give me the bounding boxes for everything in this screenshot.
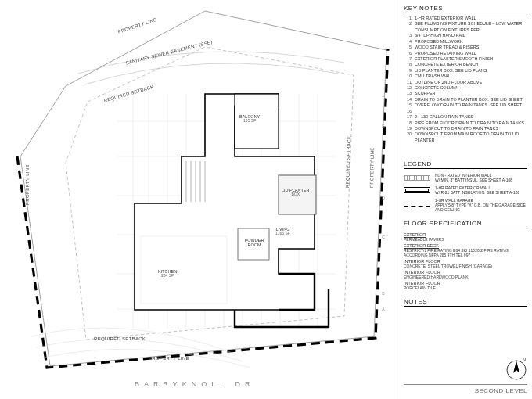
room-powder: POWDER ROOM (239, 238, 269, 247)
key-note-text: CMU TRASH WALL (415, 74, 527, 79)
axis-C: C (380, 235, 386, 239)
key-note-row: 33/4" DP HIGH HAND RAIL (404, 33, 527, 38)
key-note-row: 2SEE PLUMBING FIXTURE SCHEDULE – LOW WAT… (404, 21, 527, 33)
key-note-text: LID PLANTER BOX. SEE LID PLANS (415, 68, 527, 74)
swatch-interior-wall (404, 175, 430, 181)
key-note-text: CONCRETE EXTERIOR BENCH (415, 62, 527, 67)
room-sf: 284 SF (158, 274, 177, 279)
room-sf: 1165 SF (275, 232, 290, 236)
label-property-right: PROPERTY LINE (369, 147, 375, 188)
key-note-row: 6PROPOSED RETAINING WALL (404, 51, 527, 56)
key-note-num: 3 (404, 33, 412, 38)
key-note-num: 12 (404, 85, 412, 91)
key-note-num: 2 (404, 21, 412, 33)
key-note-text: 2 - 130 GALLON RAIN TANKS (415, 114, 527, 120)
key-note-row: 11-HR RATED EXTERIOR WALL (404, 16, 527, 21)
plan-svg (0, 0, 397, 399)
sidebar: KEY NOTES 11-HR RATED EXTERIOR WALL2SEE … (397, 0, 532, 399)
key-note-text: DOWNSPOUT TO DRAIN TO RAIN TANKS (415, 126, 527, 131)
floor-spec-desc: CONCRETE. STEEL TROWEL FINISH (GARAGE) (404, 264, 527, 268)
key-note-text: OUTLINE OF 2ND FLOOR ABOVE (415, 80, 527, 85)
key-note-num: 7 (404, 56, 412, 62)
key-note-text: PIPE FROM FLOOR DRAIN TO DRAIN TO RAIN T… (415, 120, 527, 126)
key-note-num: 10 (404, 74, 412, 79)
key-note-text: 3/4" DP HIGH HAND RAIL (415, 33, 527, 38)
key-note-row: 14DRAIN TO DRAIN TO PLANTER BOX. SEE LID… (404, 97, 527, 102)
svg-marker-27 (513, 361, 519, 373)
key-note-num: 9 (404, 68, 412, 74)
legend-text: 1-HR RATED EXTERIOR WALL W/ R-21 BATT IN… (435, 185, 519, 195)
floor-spec-item: EXTERIOR DECKRESTRICT/L FIRE RATING E84 … (404, 243, 527, 257)
label-property-bottom: PROPERTY LINE (149, 356, 189, 361)
floor-spec-item: INTERIOR FLOORCONCRETE. STEEL TROWEL FIN… (404, 259, 527, 268)
floor-spec-desc: ENGINEERED HARDWOOD PLANK (404, 275, 527, 279)
key-note-num: 19 (404, 126, 412, 131)
key-note-num: 13 (404, 91, 412, 96)
key-note-row: 9LID PLANTER BOX. SEE LID PLANS (404, 68, 527, 74)
north-label: N (523, 358, 526, 362)
key-note-num: 18 (404, 120, 412, 126)
key-note-text: CONCRETE COLUMN (415, 85, 527, 91)
room-kitchen: KITCHEN 284 SF (158, 269, 177, 279)
key-note-text: 1-HR RATED EXTERIOR WALL (415, 16, 527, 21)
legend-heading: LEGEND (404, 160, 527, 169)
key-note-row: 20DOWNSPOUT FROM MAIN ROOF TO DRAIN TO L… (404, 131, 527, 143)
key-notes-heading: KEY NOTES (404, 5, 527, 13)
key-note-num: 17 (404, 114, 412, 120)
notes-heading: NOTES (404, 298, 527, 307)
swatch-exterior-wall (404, 187, 430, 193)
key-note-num: 6 (404, 51, 412, 56)
floor-spec-desc: PORCELAIN TILE (404, 286, 527, 290)
key-note-row: 13SCUPPER (404, 91, 527, 96)
legend-row: NON - RATED INTERIOR WALL W/ MIN. 3" BAT… (404, 173, 527, 182)
key-note-num: 11 (404, 80, 412, 85)
street-name: BARRYKNOLL DR (135, 380, 255, 388)
axis-E: E (380, 124, 386, 128)
floor-spec-item: INTERIOR FLOORENGINEERED HARDWOOD PLANK (404, 270, 527, 279)
key-note-text: DRAIN TO DRAIN TO PLANTER BOX. SEE LID S… (415, 97, 527, 102)
axis-B: B (380, 291, 386, 296)
key-note-row: 5WOOD STAIR TREAD & RISERS (404, 45, 527, 50)
axis-D: D (380, 196, 386, 200)
room-lid-planter: LID PLANTER BOX (282, 188, 309, 197)
plan-canvas: PROPERTY LINE SANITARY SEWER EASEMENT (S… (0, 0, 397, 399)
key-note-num: 16 (404, 109, 412, 114)
room-sf: BOX (282, 192, 309, 197)
key-note-row: 12CONCRETE COLUMN (404, 85, 527, 91)
key-note-row: 15OVERFLOW DRAIN TO RAIN TANKS. SEE LID … (404, 102, 527, 108)
floor-spec-item: INTERIOR FLOORPORCELAIN TILE (404, 281, 527, 290)
key-note-text: EXTERIOR PLASTER SMOOTH FINISH (415, 56, 527, 62)
key-note-row: 19DOWNSPOUT TO DRAIN TO RAIN TANKS (404, 126, 527, 131)
key-note-row: 8CONCRETE EXTERIOR BENCH (404, 62, 527, 67)
key-note-text: OVERFLOW DRAIN TO RAIN TANKS. SEE LID SH… (415, 102, 527, 108)
key-note-text: SEE PLUMBING FIXTURE SCHEDULE – LOW WATE… (415, 21, 527, 33)
key-note-num: 15 (404, 102, 412, 108)
axis-F: F (380, 94, 386, 99)
key-note-row: 11OUTLINE OF 2ND FLOOR ABOVE (404, 80, 527, 85)
key-note-num: 8 (404, 62, 412, 67)
label-setback-bottom: REQUIRED SETBACK (94, 336, 146, 341)
swatch-garage-wall (404, 206, 430, 207)
key-note-text (415, 109, 527, 114)
floor-spec-desc: RESTRICT/L FIRE RATING E84 SKI 11020-2 F… (404, 248, 527, 257)
key-note-text: WOOD STAIR TREAD & RISERS (415, 45, 527, 50)
floor-spec-item: EXTERIORPERMEABLE PAVERS (404, 232, 527, 242)
key-note-row: 18PIPE FROM FLOOR DRAIN TO DRAIN TO RAIN… (404, 120, 527, 126)
key-note-num: 5 (404, 45, 412, 50)
key-note-text: PROPOSED RETAINING WALL (415, 51, 527, 56)
floor-spec-desc: PERMEABLE PAVERS (404, 237, 527, 242)
floor-spec-list: EXTERIORPERMEABLE PAVERSEXTERIOR DECKRES… (404, 231, 527, 292)
north-arrow: N (505, 359, 527, 381)
room-sf: 105 SF (239, 119, 260, 124)
sheet-title: SECOND LEVEL (475, 387, 527, 394)
key-note-row: 7EXTERIOR PLASTER SMOOTH FINISH (404, 56, 527, 62)
key-note-row: 4PROPOSED MILLWORK (404, 39, 527, 45)
legend-row: 1-HR WALL GARAGE APPLY 5/8" TYPE "X" G.B… (404, 198, 527, 212)
key-note-num: 20 (404, 131, 412, 143)
key-note-text: DOWNSPOUT FROM MAIN ROOF TO DRAIN TO LID… (415, 131, 527, 143)
key-note-row: 16 (404, 109, 527, 114)
key-note-row: 10CMU TRASH WALL (404, 74, 527, 79)
axis-A: A (380, 307, 386, 311)
key-note-text: PROPOSED MILLWORK (415, 39, 527, 45)
label-property-left: PROPERTY LINE (25, 164, 30, 205)
